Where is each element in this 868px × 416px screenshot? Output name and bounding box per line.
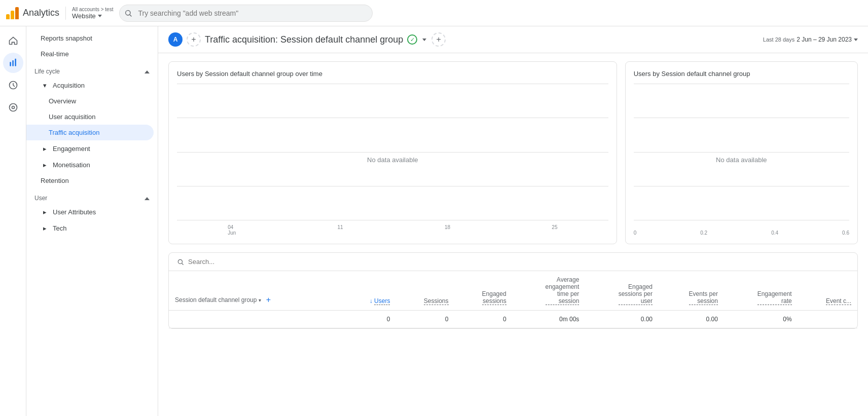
- avatar: A: [168, 32, 183, 47]
- sidebar-item-tech[interactable]: ▸ Tech: [26, 220, 158, 236]
- grid-line: [634, 84, 849, 84]
- col-header-engaged-per-user[interactable]: Engagedsessions peruser: [585, 271, 659, 311]
- line-chart-title: Users by Session default channel group o…: [177, 70, 608, 78]
- search-icon: [124, 9, 132, 17]
- content-header: A + Traffic acquisition: Session default…: [158, 26, 868, 53]
- dimension-dropdown-icon[interactable]: ▾: [259, 297, 261, 303]
- chevron-up-icon: [144, 197, 150, 200]
- donut-chart-panel: Users by Session default channel group N…: [625, 61, 858, 244]
- expand-icon: ▸: [41, 208, 49, 216]
- title-actions: ✓ +: [407, 32, 446, 47]
- table-search-input[interactable]: [188, 258, 849, 266]
- col-header-sessions[interactable]: Sessions: [396, 271, 454, 311]
- cell-engaged-sessions: 0: [455, 311, 513, 328]
- line-chart-body: No data available 04Jun 11 18 25: [177, 84, 608, 236]
- col-header-events-per-session[interactable]: Events persession: [659, 271, 724, 311]
- col-header-engaged-per-user-inner: Engagedsessions peruser: [591, 283, 653, 305]
- expand-icon: ▸: [41, 224, 49, 232]
- expand-icon: ▸: [41, 144, 49, 153]
- col-header-avg-inner: Averageengagementtime persession: [519, 276, 580, 305]
- sidebar-item-overview[interactable]: Overview: [26, 93, 158, 109]
- table-search-row: [169, 253, 857, 271]
- grid-line: [634, 118, 849, 118]
- table-row: 0 0 0 0m 00s 0.00 0.00 0%: [169, 311, 857, 328]
- page-title: Traffic acquisition: Session default cha…: [205, 34, 403, 45]
- search-wrapper: [119, 5, 373, 22]
- sidebar-item-acquisition[interactable]: ▾ Acquisition: [26, 77, 158, 93]
- logo-icon: [6, 7, 19, 19]
- title-dropdown-button[interactable]: [419, 37, 429, 42]
- sidebar-item-user-attributes[interactable]: ▸ User Attributes: [26, 204, 158, 220]
- cell-sessions: 0: [396, 311, 454, 328]
- nav-icon-home[interactable]: [3, 30, 23, 51]
- app-title: Analytics: [23, 8, 59, 18]
- grid-line: [177, 118, 608, 118]
- expand-icon: ▸: [41, 161, 49, 169]
- sidebar-item-user-acquisition[interactable]: User acquisition: [26, 109, 158, 125]
- left-nav: [0, 26, 26, 416]
- account-name: Website: [72, 12, 113, 20]
- nav-icon-explore[interactable]: [3, 75, 23, 95]
- user-section-header[interactable]: User: [26, 188, 158, 204]
- col-header-engaged-sessions[interactable]: Engagedsessions: [455, 271, 513, 311]
- svg-line-9: [182, 263, 184, 264]
- account-breadcrumb: All accounts > test: [72, 7, 113, 12]
- chevron-up-icon: [144, 70, 150, 73]
- main-layout: Reports snapshot Real-time Life cycle ▾ …: [0, 26, 868, 416]
- sidebar: Reports snapshot Real-time Life cycle ▾ …: [26, 26, 158, 416]
- chart-grid-lines: [634, 84, 849, 220]
- grid-line: [634, 220, 849, 220]
- cell-users: 0: [344, 311, 396, 328]
- sidebar-item-monetisation[interactable]: ▸ Monetisation: [26, 157, 158, 173]
- donut-chart-body: No data available 0 0.2 0.4 0.6: [634, 84, 849, 236]
- chart-grid-lines: [177, 84, 608, 220]
- add-report-button[interactable]: +: [431, 32, 446, 47]
- svg-rect-2: [10, 62, 11, 66]
- table-container: Session default channel group ▾ + ↓ User…: [169, 271, 857, 328]
- chevron-down-icon: [98, 15, 102, 17]
- sidebar-item-traffic-acquisition[interactable]: Traffic acquisition: [26, 125, 154, 140]
- add-dimension-button[interactable]: +: [263, 295, 273, 305]
- cell-engaged-per-user: 0.00: [585, 311, 659, 328]
- col-header-engagement-rate-inner: Engagementrate: [730, 290, 792, 305]
- col-header-users-inner: ↓ Users: [350, 297, 390, 305]
- app-logo: Analytics: [6, 7, 59, 19]
- charts-row: Users by Session default channel group o…: [168, 61, 858, 244]
- cell-avg-engagement: 0m 00s: [513, 311, 586, 328]
- col-header-events-inner: Events persession: [665, 290, 718, 305]
- sidebar-item-retention[interactable]: Retention: [26, 173, 158, 188]
- user-collapse-btn[interactable]: [144, 195, 150, 202]
- col-header-event-count-inner: Event c...: [804, 297, 851, 305]
- donut-chart-title: Users by Session default channel group: [634, 70, 849, 78]
- col-header-engagement-rate[interactable]: Engagementrate: [724, 271, 798, 311]
- date-range-chevron-icon: [854, 39, 858, 41]
- svg-point-6: [9, 104, 17, 111]
- results-table: Session default channel group ▾ + ↓ User…: [169, 271, 857, 328]
- col-header-avg-engagement[interactable]: Averageengagementtime persession: [513, 271, 586, 311]
- svg-rect-4: [15, 59, 16, 66]
- cell-event-count: [798, 311, 857, 328]
- chevron-down-icon: [422, 39, 426, 41]
- content: A + Traffic acquisition: Session default…: [158, 26, 868, 416]
- nav-icon-advertising[interactable]: [3, 97, 23, 118]
- lifecycle-collapse-btn[interactable]: [144, 68, 150, 75]
- account-selector[interactable]: All accounts > test Website: [65, 7, 113, 20]
- col-header-sessions-inner: Sessions: [402, 297, 448, 305]
- lifecycle-section-header[interactable]: Life cycle: [26, 62, 158, 77]
- svg-line-1: [130, 15, 131, 16]
- sidebar-item-reports-snapshot[interactable]: Reports snapshot: [26, 30, 158, 46]
- grid-line: [177, 186, 608, 186]
- search-input[interactable]: [119, 5, 373, 22]
- svg-point-7: [12, 106, 14, 109]
- col-header-users[interactable]: ↓ Users: [344, 271, 396, 311]
- charts-area: Users by Session default channel group o…: [158, 53, 868, 416]
- add-comparison-button[interactable]: +: [187, 32, 201, 47]
- col-header-dimension[interactable]: Session default channel group ▾ +: [169, 271, 344, 311]
- nav-icon-reports[interactable]: [3, 53, 23, 73]
- sidebar-item-real-time[interactable]: Real-time: [26, 46, 158, 62]
- col-header-event-count[interactable]: Event c...: [798, 271, 857, 311]
- col-header-engaged-inner: Engagedsessions: [461, 290, 507, 305]
- date-range-selector[interactable]: Last 28 days 2 Jun – 29 Jun 2023: [763, 36, 858, 43]
- sidebar-item-engagement[interactable]: ▸ Engagement: [26, 140, 158, 157]
- check-circle-icon: ✓: [407, 34, 417, 45]
